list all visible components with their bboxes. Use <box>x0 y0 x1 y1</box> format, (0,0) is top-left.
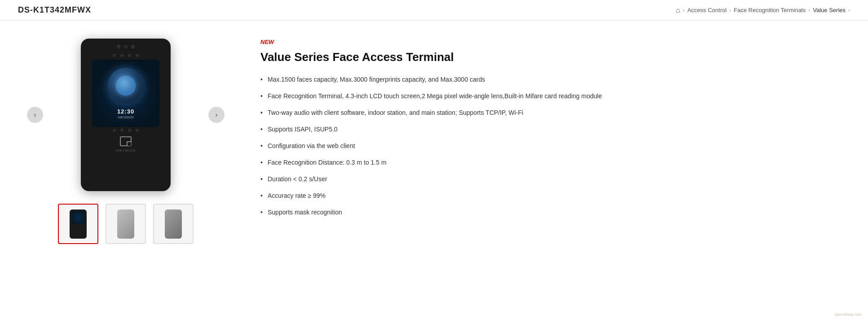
screen-time: 12:30 <box>117 108 134 115</box>
device-footer: HIKVISION <box>85 136 166 152</box>
ir-dot <box>128 129 131 132</box>
device-ir-bottom <box>113 129 139 132</box>
ir-dot <box>120 129 123 132</box>
breadcrumb-sep-4: › <box>848 7 850 13</box>
next-image-button[interactable]: › <box>208 107 225 123</box>
face-recognition-circle <box>108 68 144 104</box>
thumb-device-angle <box>165 210 182 239</box>
product-info: NEW Value Series Face Access Terminal Ma… <box>260 34 850 244</box>
thumbnail-2[interactable] <box>106 204 146 244</box>
feature-5: Configuration via the web client <box>260 141 850 151</box>
thumbnail-3[interactable] <box>153 204 194 244</box>
feature-4: Supports ISAPI, ISUP5.0 <box>260 125 850 134</box>
main-image-container: ‹ 12:30 <box>27 34 225 196</box>
feature-7: Duration < 0.2 s/User <box>260 175 850 184</box>
product-gallery: ‹ 12:30 <box>18 34 234 244</box>
feature-3: Two-way audio with client software, indo… <box>260 108 850 118</box>
ir-dot <box>136 54 139 57</box>
thumbnail-1[interactable] <box>58 204 98 244</box>
feature-2: Face Recognition Terminal, 4.3-inch LCD … <box>260 92 850 101</box>
product-model: DS-K1T342MFWX <box>18 5 91 15</box>
ir-dot <box>113 54 116 57</box>
camera-right <box>131 45 135 48</box>
breadcrumb-sep-1: › <box>683 7 685 13</box>
feature-8: Accuracy rate ≥ 99% <box>260 191 850 201</box>
prev-image-button[interactable]: ‹ <box>27 107 43 123</box>
page-header: DS-K1T342MFWX ⌂ › Access Control › Face … <box>0 0 868 21</box>
face-icon <box>116 76 136 96</box>
device-screen: 12:30 HIKVISION <box>92 60 159 127</box>
feature-1: Max.1500 faces capacity, Max.3000 finger… <box>260 75 850 84</box>
breadcrumb-access-control[interactable]: Access Control <box>687 7 727 13</box>
new-badge: NEW <box>260 39 850 45</box>
feature-6: Face Recognition Distance: 0.3 m to 1.5 … <box>260 158 850 167</box>
breadcrumb-sep-3: › <box>808 7 810 13</box>
card-reader-icon <box>120 136 132 146</box>
feature-9: Supports mask recognition <box>260 208 850 217</box>
ir-dot <box>128 54 131 57</box>
product-features: Max.1500 faces capacity, Max.3000 finger… <box>260 75 850 217</box>
camera-left <box>117 45 120 48</box>
ir-dot <box>136 129 139 132</box>
breadcrumb-home-icon[interactable]: ⌂ <box>676 6 680 14</box>
thumbnail-strip <box>58 204 194 244</box>
camera-center <box>124 45 128 48</box>
ir-dot <box>113 129 116 132</box>
product-title: Value Series Face Access Terminal <box>260 50 850 65</box>
product-image-main: 12:30 HIKVISION HIKVISION <box>81 39 171 191</box>
breadcrumb-face-recognition[interactable]: Face Recognition Terminals <box>734 7 806 13</box>
main-content: ‹ 12:30 <box>0 21 868 258</box>
breadcrumb-value-series[interactable]: Value Series <box>813 7 846 13</box>
device-brand: HIKVISION <box>116 149 136 152</box>
thumb-screen <box>72 211 84 224</box>
breadcrumb: ⌂ › Access Control › Face Recognition Te… <box>676 6 850 14</box>
ir-dot <box>120 54 123 57</box>
device-ir-top <box>113 54 139 57</box>
thumb-device-front <box>70 210 87 239</box>
breadcrumb-sep-2: › <box>729 7 731 13</box>
device-cameras <box>85 45 166 48</box>
screen-subtitle: HIKVISION <box>118 116 133 119</box>
thumb-device-side <box>117 210 134 239</box>
